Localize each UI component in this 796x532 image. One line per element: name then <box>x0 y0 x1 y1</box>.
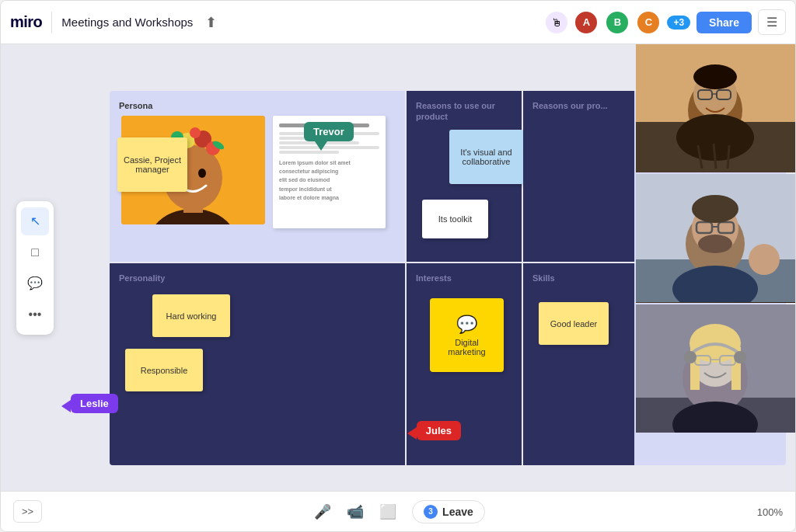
sticky-note-tool[interactable]: □ <box>21 238 49 266</box>
topbar-divider <box>51 12 52 33</box>
video-panel <box>636 44 795 433</box>
topbar-left: miro Meetings and Workshops ⬆ <box>10 11 220 34</box>
reasons1-label: Reasons to use our product <box>416 100 512 123</box>
skills-label: Skills <box>532 273 629 283</box>
avatar-user1[interactable]: A <box>574 10 599 35</box>
cursor-tool[interactable]: ↖ <box>21 207 49 235</box>
avatar-user2[interactable]: B <box>605 10 630 35</box>
canvas-area[interactable]: ↖ □ 💬 ••• Trevor Leslie Persona <box>1 44 795 491</box>
jules-cursor: Jules <box>417 421 461 440</box>
leave-label: Leave <box>442 506 473 518</box>
svg-point-23 <box>693 64 737 89</box>
reasons1-cell: Reasons to use our product It's visual a… <box>407 91 522 262</box>
app-container: miro Meetings and Workshops ⬆ 🖱 A B C +3… <box>0 0 796 532</box>
leave-button[interactable]: 3 Leave <box>412 500 485 523</box>
sticky-digital: 💬 Digital marketing <box>430 298 504 372</box>
svg-point-52 <box>684 351 696 363</box>
sticky-responsible: Responsible <box>125 349 203 391</box>
svg-point-11 <box>190 127 201 138</box>
board-content: Trevor Leslie Persona <box>63 68 632 483</box>
board-title[interactable]: Meetings and Workshops <box>61 16 193 29</box>
trevor-arrow <box>315 141 327 151</box>
notes-button[interactable]: ☰ <box>758 9 786 35</box>
video-tile-1 <box>636 44 795 172</box>
avatar-user3[interactable]: C <box>636 10 661 35</box>
trevor-cursor: Trevor <box>304 122 354 141</box>
video-tile-3 <box>636 304 795 433</box>
zoom-level: 100% <box>757 506 783 518</box>
bottom-bar: >> 🎤 📹 ⬜ 3 Leave 100% <box>1 491 795 531</box>
sticky-toolkit: Its toolkit <box>422 200 488 238</box>
video-tile-2 <box>636 174 795 302</box>
svg-point-5 <box>198 169 206 178</box>
comment-tool[interactable]: 💬 <box>21 269 49 297</box>
persona-cell: Persona <box>110 91 405 262</box>
jules-arrow <box>407 427 417 440</box>
camera-off-icon[interactable]: 📹 <box>347 503 364 520</box>
reasons2-cell: Reasons our pro... <box>523 91 638 262</box>
skills-cell: Skills Good leader <box>523 263 638 465</box>
sticky-cassie: Cassie, Project manager <box>117 137 187 192</box>
sticky-leader: Good leader <box>539 302 609 345</box>
interests-label: Interests <box>416 273 512 283</box>
reasons2-label: Reasons our pro... <box>532 100 629 111</box>
bottom-left: >> <box>13 500 42 523</box>
svg-point-36 <box>692 195 738 223</box>
leslie-arrow <box>61 400 71 412</box>
persona-label: Persona <box>119 100 396 111</box>
expand-button[interactable]: >> <box>13 500 42 523</box>
participants-badge: 3 <box>424 505 438 519</box>
share-button[interactable]: Share <box>696 12 752 33</box>
topbar: miro Meetings and Workshops ⬆ 🖱 A B C +3… <box>1 1 795 44</box>
svg-point-35 <box>698 235 732 253</box>
miro-logo: miro <box>10 13 42 31</box>
persona-board: Persona <box>110 91 638 471</box>
svg-line-26 <box>728 145 729 169</box>
bottom-right: 100% <box>757 505 783 519</box>
personality-cell: Personality Hard working Responsible <box>110 263 405 465</box>
more-avatars-badge[interactable]: +3 <box>667 16 690 30</box>
topbar-right: 🖱 A B C +3 Share ☰ <box>546 9 786 35</box>
svg-point-53 <box>734 351 746 363</box>
share-screen-icon[interactable]: ⬜ <box>379 503 396 520</box>
leslie-cursor: Leslie <box>71 394 118 413</box>
bottom-center: 🎤 📹 ⬜ 3 Leave <box>314 500 485 523</box>
personality-label: Personality <box>119 273 396 283</box>
more-tools[interactable]: ••• <box>21 301 49 329</box>
sticky-hardworking: Hard working <box>152 294 230 337</box>
sticky-visual: It's visual and collaborative <box>449 130 523 184</box>
cursor-presence-icon: 🖱 <box>546 12 567 33</box>
left-toolbar: ↖ □ 💬 ••• <box>16 201 54 335</box>
mic-off-icon[interactable]: 🎤 <box>314 503 331 520</box>
upload-button[interactable]: ⬆ <box>202 11 220 34</box>
svg-rect-39 <box>756 259 772 271</box>
